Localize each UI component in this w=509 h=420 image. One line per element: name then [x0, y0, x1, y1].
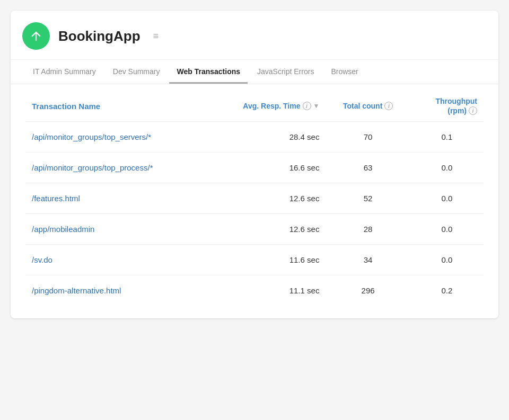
row-total-count: 34 — [326, 245, 410, 275]
avg-resp-info-icon[interactable]: i — [303, 102, 311, 110]
row-throughput: 0.0 — [410, 183, 484, 214]
row-name[interactable]: /api/monitor_groups/top_process/* — [25, 153, 206, 183]
row-total-count: 296 — [326, 275, 410, 306]
row-throughput: 0.0 — [410, 153, 484, 183]
tab-dev-summary[interactable]: Dev Summary — [106, 60, 168, 84]
col-header-avg-resp: Avg. Resp. Time i ▼ — [206, 84, 326, 122]
row-throughput: 0.2 — [410, 275, 484, 306]
row-throughput: 0.0 — [410, 214, 484, 245]
col-header-total-count: Total count i — [326, 84, 410, 122]
row-name[interactable]: /features.html — [25, 183, 206, 214]
throughput-info-icon[interactable]: i — [469, 106, 477, 115]
row-avg-resp: 16.6 sec — [206, 153, 326, 183]
table-row: /pingdom-alternative.html 11.1 sec 296 0… — [25, 275, 484, 306]
row-throughput: 0.0 — [410, 245, 484, 275]
table-row: /api/monitor_groups/top_process/* 16.6 s… — [25, 153, 484, 183]
tab-browser[interactable]: Browser — [323, 60, 365, 84]
menu-icon[interactable]: ≡ — [153, 31, 159, 42]
table-row: /features.html 12.6 sec 52 0.0 — [25, 183, 484, 214]
tab-js-errors[interactable]: JavaScript Errors — [250, 60, 321, 84]
tabs-bar: IT Admin Summary Dev Summary Web Transac… — [11, 59, 498, 84]
row-name[interactable]: /api/monitor_groups/top_servers/* — [25, 122, 206, 153]
header: BookingApp ≡ — [11, 11, 498, 59]
transactions-table: Transaction Name Avg. Resp. Time i ▼ Tot… — [25, 84, 484, 306]
col-header-name: Transaction Name — [25, 84, 206, 122]
main-card: BookingApp ≡ IT Admin Summary Dev Summar… — [11, 11, 498, 318]
row-name[interactable]: /pingdom-alternative.html — [25, 275, 206, 306]
table-row: /sv.do 11.6 sec 34 0.0 — [25, 245, 484, 275]
table-section: Transaction Name Avg. Resp. Time i ▼ Tot… — [11, 84, 498, 318]
row-avg-resp: 11.1 sec — [206, 275, 326, 306]
row-avg-resp: 12.6 sec — [206, 214, 326, 245]
row-name[interactable]: /sv.do — [25, 245, 206, 275]
row-name[interactable]: /app/mobileadmin — [25, 214, 206, 245]
row-throughput: 0.1 — [410, 122, 484, 153]
row-total-count: 28 — [326, 214, 410, 245]
table-row: /app/mobileadmin 12.6 sec 28 0.0 — [25, 214, 484, 245]
app-title: BookingApp — [58, 28, 141, 44]
row-total-count: 63 — [326, 153, 410, 183]
col-header-throughput: Throughput (rpm) i — [410, 84, 484, 122]
tab-it-admin[interactable]: IT Admin Summary — [25, 60, 103, 84]
tab-web-transactions[interactable]: Web Transactions — [169, 60, 248, 84]
throughput-rpm-label: (rpm) — [447, 106, 467, 115]
table-row: /api/monitor_groups/top_servers/* 28.4 s… — [25, 122, 484, 153]
sort-icon[interactable]: ▼ — [313, 102, 320, 110]
row-avg-resp: 28.4 sec — [206, 122, 326, 153]
row-avg-resp: 12.6 sec — [206, 183, 326, 214]
row-total-count: 70 — [326, 122, 410, 153]
app-logo — [22, 22, 50, 50]
row-total-count: 52 — [326, 183, 410, 214]
throughput-label: Throughput — [435, 97, 477, 105]
row-avg-resp: 11.6 sec — [206, 245, 326, 275]
total-count-info-icon[interactable]: i — [384, 102, 393, 110]
